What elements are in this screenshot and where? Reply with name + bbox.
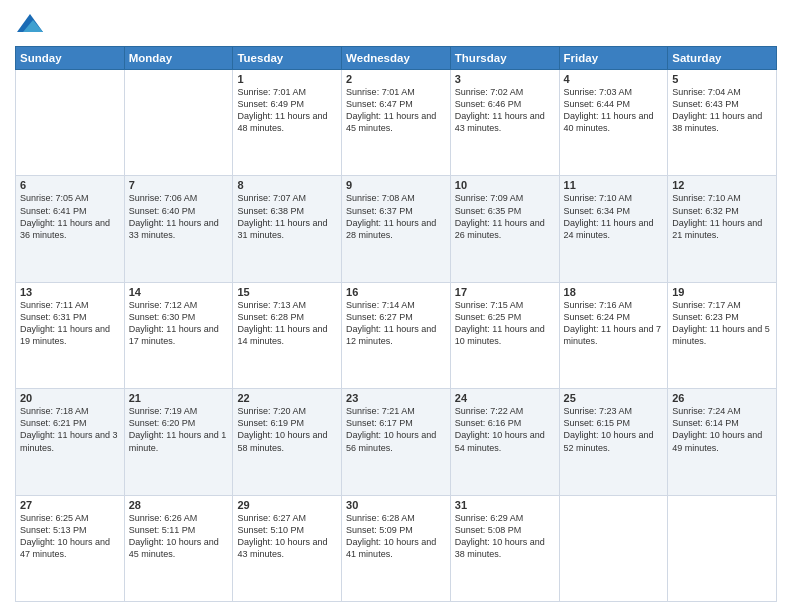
day-info: Sunrise: 7:03 AM Sunset: 6:44 PM Dayligh… — [564, 86, 664, 135]
day-info: Sunrise: 7:11 AM Sunset: 6:31 PM Dayligh… — [20, 299, 120, 348]
day-number: 1 — [237, 73, 337, 85]
week-row-5: 27Sunrise: 6:25 AM Sunset: 5:13 PM Dayli… — [16, 495, 777, 601]
day-info: Sunrise: 6:25 AM Sunset: 5:13 PM Dayligh… — [20, 512, 120, 561]
calendar-cell — [16, 70, 125, 176]
calendar-cell: 1Sunrise: 7:01 AM Sunset: 6:49 PM Daylig… — [233, 70, 342, 176]
calendar-cell: 30Sunrise: 6:28 AM Sunset: 5:09 PM Dayli… — [342, 495, 451, 601]
calendar-cell: 20Sunrise: 7:18 AM Sunset: 6:21 PM Dayli… — [16, 389, 125, 495]
day-number: 18 — [564, 286, 664, 298]
day-number: 30 — [346, 499, 446, 511]
day-number: 19 — [672, 286, 772, 298]
day-info: Sunrise: 6:26 AM Sunset: 5:11 PM Dayligh… — [129, 512, 229, 561]
day-info: Sunrise: 7:19 AM Sunset: 6:20 PM Dayligh… — [129, 405, 229, 454]
day-info: Sunrise: 6:28 AM Sunset: 5:09 PM Dayligh… — [346, 512, 446, 561]
day-number: 3 — [455, 73, 555, 85]
logo — [15, 10, 49, 40]
day-number: 11 — [564, 179, 664, 191]
day-number: 14 — [129, 286, 229, 298]
day-info: Sunrise: 7:05 AM Sunset: 6:41 PM Dayligh… — [20, 192, 120, 241]
day-number: 29 — [237, 499, 337, 511]
day-info: Sunrise: 7:21 AM Sunset: 6:17 PM Dayligh… — [346, 405, 446, 454]
day-info: Sunrise: 7:18 AM Sunset: 6:21 PM Dayligh… — [20, 405, 120, 454]
calendar: SundayMondayTuesdayWednesdayThursdayFrid… — [15, 46, 777, 602]
calendar-cell: 4Sunrise: 7:03 AM Sunset: 6:44 PM Daylig… — [559, 70, 668, 176]
weekday-header-thursday: Thursday — [450, 47, 559, 70]
day-number: 31 — [455, 499, 555, 511]
calendar-cell: 24Sunrise: 7:22 AM Sunset: 6:16 PM Dayli… — [450, 389, 559, 495]
day-number: 12 — [672, 179, 772, 191]
calendar-cell: 18Sunrise: 7:16 AM Sunset: 6:24 PM Dayli… — [559, 282, 668, 388]
page: SundayMondayTuesdayWednesdayThursdayFrid… — [0, 0, 792, 612]
calendar-cell: 5Sunrise: 7:04 AM Sunset: 6:43 PM Daylig… — [668, 70, 777, 176]
day-info: Sunrise: 7:10 AM Sunset: 6:32 PM Dayligh… — [672, 192, 772, 241]
day-number: 24 — [455, 392, 555, 404]
day-info: Sunrise: 7:09 AM Sunset: 6:35 PM Dayligh… — [455, 192, 555, 241]
day-info: Sunrise: 7:10 AM Sunset: 6:34 PM Dayligh… — [564, 192, 664, 241]
weekday-header-saturday: Saturday — [668, 47, 777, 70]
day-number: 6 — [20, 179, 120, 191]
day-info: Sunrise: 7:12 AM Sunset: 6:30 PM Dayligh… — [129, 299, 229, 348]
day-info: Sunrise: 7:01 AM Sunset: 6:47 PM Dayligh… — [346, 86, 446, 135]
calendar-cell: 12Sunrise: 7:10 AM Sunset: 6:32 PM Dayli… — [668, 176, 777, 282]
day-number: 22 — [237, 392, 337, 404]
day-info: Sunrise: 7:13 AM Sunset: 6:28 PM Dayligh… — [237, 299, 337, 348]
day-number: 7 — [129, 179, 229, 191]
day-number: 13 — [20, 286, 120, 298]
day-number: 21 — [129, 392, 229, 404]
day-number: 28 — [129, 499, 229, 511]
day-number: 26 — [672, 392, 772, 404]
week-row-1: 1Sunrise: 7:01 AM Sunset: 6:49 PM Daylig… — [16, 70, 777, 176]
day-number: 25 — [564, 392, 664, 404]
weekday-header-sunday: Sunday — [16, 47, 125, 70]
day-info: Sunrise: 7:04 AM Sunset: 6:43 PM Dayligh… — [672, 86, 772, 135]
calendar-cell: 28Sunrise: 6:26 AM Sunset: 5:11 PM Dayli… — [124, 495, 233, 601]
day-info: Sunrise: 7:23 AM Sunset: 6:15 PM Dayligh… — [564, 405, 664, 454]
day-number: 16 — [346, 286, 446, 298]
calendar-cell: 11Sunrise: 7:10 AM Sunset: 6:34 PM Dayli… — [559, 176, 668, 282]
calendar-cell: 17Sunrise: 7:15 AM Sunset: 6:25 PM Dayli… — [450, 282, 559, 388]
calendar-cell: 26Sunrise: 7:24 AM Sunset: 6:14 PM Dayli… — [668, 389, 777, 495]
day-info: Sunrise: 7:08 AM Sunset: 6:37 PM Dayligh… — [346, 192, 446, 241]
calendar-cell: 7Sunrise: 7:06 AM Sunset: 6:40 PM Daylig… — [124, 176, 233, 282]
day-info: Sunrise: 7:16 AM Sunset: 6:24 PM Dayligh… — [564, 299, 664, 348]
calendar-cell: 21Sunrise: 7:19 AM Sunset: 6:20 PM Dayli… — [124, 389, 233, 495]
day-number: 27 — [20, 499, 120, 511]
day-number: 17 — [455, 286, 555, 298]
day-number: 10 — [455, 179, 555, 191]
calendar-cell: 25Sunrise: 7:23 AM Sunset: 6:15 PM Dayli… — [559, 389, 668, 495]
day-info: Sunrise: 7:02 AM Sunset: 6:46 PM Dayligh… — [455, 86, 555, 135]
calendar-cell: 14Sunrise: 7:12 AM Sunset: 6:30 PM Dayli… — [124, 282, 233, 388]
day-info: Sunrise: 7:15 AM Sunset: 6:25 PM Dayligh… — [455, 299, 555, 348]
weekday-header-wednesday: Wednesday — [342, 47, 451, 70]
weekday-header-tuesday: Tuesday — [233, 47, 342, 70]
week-row-2: 6Sunrise: 7:05 AM Sunset: 6:41 PM Daylig… — [16, 176, 777, 282]
weekday-header-row: SundayMondayTuesdayWednesdayThursdayFrid… — [16, 47, 777, 70]
weekday-header-friday: Friday — [559, 47, 668, 70]
day-number: 5 — [672, 73, 772, 85]
day-number: 20 — [20, 392, 120, 404]
calendar-cell: 9Sunrise: 7:08 AM Sunset: 6:37 PM Daylig… — [342, 176, 451, 282]
day-number: 23 — [346, 392, 446, 404]
day-info: Sunrise: 6:27 AM Sunset: 5:10 PM Dayligh… — [237, 512, 337, 561]
calendar-cell: 8Sunrise: 7:07 AM Sunset: 6:38 PM Daylig… — [233, 176, 342, 282]
day-info: Sunrise: 7:01 AM Sunset: 6:49 PM Dayligh… — [237, 86, 337, 135]
calendar-cell: 2Sunrise: 7:01 AM Sunset: 6:47 PM Daylig… — [342, 70, 451, 176]
day-number: 2 — [346, 73, 446, 85]
calendar-cell: 29Sunrise: 6:27 AM Sunset: 5:10 PM Dayli… — [233, 495, 342, 601]
calendar-cell: 19Sunrise: 7:17 AM Sunset: 6:23 PM Dayli… — [668, 282, 777, 388]
day-info: Sunrise: 7:06 AM Sunset: 6:40 PM Dayligh… — [129, 192, 229, 241]
day-info: Sunrise: 7:22 AM Sunset: 6:16 PM Dayligh… — [455, 405, 555, 454]
day-number: 8 — [237, 179, 337, 191]
day-number: 4 — [564, 73, 664, 85]
weekday-header-monday: Monday — [124, 47, 233, 70]
day-info: Sunrise: 7:24 AM Sunset: 6:14 PM Dayligh… — [672, 405, 772, 454]
calendar-cell: 22Sunrise: 7:20 AM Sunset: 6:19 PM Dayli… — [233, 389, 342, 495]
week-row-3: 13Sunrise: 7:11 AM Sunset: 6:31 PM Dayli… — [16, 282, 777, 388]
calendar-cell: 23Sunrise: 7:21 AM Sunset: 6:17 PM Dayli… — [342, 389, 451, 495]
calendar-cell: 15Sunrise: 7:13 AM Sunset: 6:28 PM Dayli… — [233, 282, 342, 388]
day-info: Sunrise: 6:29 AM Sunset: 5:08 PM Dayligh… — [455, 512, 555, 561]
day-info: Sunrise: 7:20 AM Sunset: 6:19 PM Dayligh… — [237, 405, 337, 454]
day-number: 15 — [237, 286, 337, 298]
calendar-cell — [668, 495, 777, 601]
calendar-cell: 3Sunrise: 7:02 AM Sunset: 6:46 PM Daylig… — [450, 70, 559, 176]
